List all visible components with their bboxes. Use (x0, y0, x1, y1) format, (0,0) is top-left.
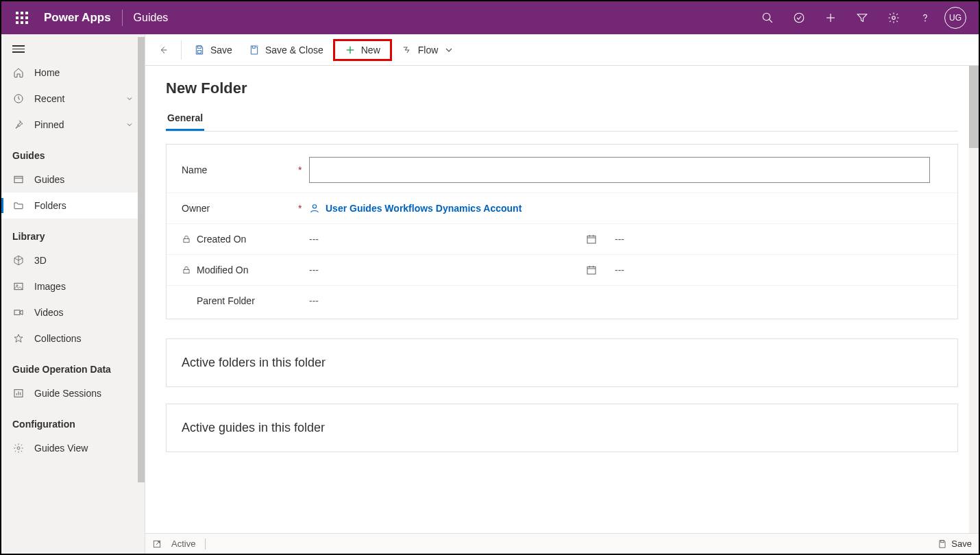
field-modified-on: Modified On --- --- (167, 255, 957, 286)
name-input[interactable] (309, 157, 930, 183)
divider (205, 539, 206, 550)
sidebar-item-guides-view[interactable]: Guides View (1, 435, 145, 461)
button-label: New (361, 45, 380, 56)
svg-rect-12 (14, 310, 20, 314)
filter-button[interactable] (847, 1, 877, 34)
svg-rect-17 (197, 50, 201, 53)
sidebar-item-guide-sessions[interactable]: Guide Sessions (1, 380, 145, 406)
button-label: Save (210, 45, 232, 56)
main-area: Save Save & Close New Flow New Folder Ge… (145, 34, 979, 554)
plus-icon (345, 45, 356, 56)
tab-general[interactable]: General (166, 107, 204, 131)
content-scrollbar[interactable] (969, 66, 979, 148)
search-icon (761, 12, 774, 24)
sidebar-item-label: Guides (34, 174, 64, 185)
pin-icon (12, 119, 25, 131)
video-icon (12, 306, 25, 319)
field-label: Owner (182, 203, 298, 214)
calendar-icon[interactable] (586, 234, 597, 245)
divider (181, 40, 182, 60)
command-bar: Save Save & Close New Flow (145, 34, 979, 66)
sidebar-item-label: Images (34, 281, 66, 292)
sidebar-item-label: Home (34, 67, 60, 78)
button-label: Flow (418, 45, 439, 56)
sidebar-section-library: Library (1, 219, 145, 247)
record-status: Active (171, 539, 195, 549)
svg-point-20 (313, 205, 316, 208)
gear-icon (887, 12, 900, 24)
section-title: Active guides in this folder (182, 421, 942, 435)
svg-point-0 (763, 13, 770, 21)
field-value (309, 157, 942, 183)
header-actions: UG (752, 1, 972, 34)
field-owner: Owner * User Guides Workflows Dynamics A… (167, 193, 957, 224)
required-marker: * (298, 203, 309, 214)
field-label: Created On (182, 234, 298, 245)
svg-point-11 (16, 284, 18, 286)
settings-button[interactable] (879, 1, 909, 34)
help-button[interactable] (910, 1, 940, 34)
tab-list: General (166, 107, 958, 132)
calendar-icon[interactable] (586, 264, 597, 275)
plus-icon (824, 12, 837, 24)
sidebar-item-videos[interactable]: Videos (1, 299, 145, 325)
field-name: Name * (167, 147, 957, 193)
sidebar-item-collections[interactable]: Collections (1, 325, 145, 352)
field-value: User Guides Workflows Dynamics Account (309, 203, 942, 214)
sidebar-item-home[interactable]: Home (1, 60, 145, 86)
folder-icon (12, 199, 25, 212)
task-button[interactable] (784, 1, 814, 34)
lock-icon (182, 265, 191, 275)
star-icon (12, 332, 25, 345)
save-button[interactable]: Save (187, 40, 239, 60)
image-icon (12, 280, 25, 293)
back-button[interactable] (151, 40, 175, 60)
status-bar: Active Save (145, 533, 979, 554)
sidebar-toggle[interactable] (1, 38, 145, 60)
svg-point-14 (17, 447, 20, 449)
popout-button[interactable] (152, 539, 162, 549)
svg-line-1 (769, 19, 772, 23)
sidebar-item-label: Collections (34, 333, 81, 344)
user-avatar[interactable]: UG (944, 7, 966, 29)
add-button[interactable] (816, 1, 846, 34)
flow-button[interactable]: Flow (395, 40, 462, 60)
svg-rect-32 (941, 540, 944, 542)
sidebar-item-label: Videos (34, 307, 64, 318)
field-label: Modified On (182, 264, 298, 275)
sidebar-item-label: Guides View (34, 443, 88, 454)
required-marker: * (298, 164, 309, 175)
question-icon (919, 12, 931, 24)
svg-rect-22 (587, 236, 596, 243)
save-close-button[interactable]: Save & Close (242, 40, 330, 60)
owner-lookup[interactable]: User Guides Workflows Dynamics Account (309, 203, 522, 214)
waffle-icon (16, 12, 28, 24)
sidebar-item-recent[interactable]: Recent (1, 86, 145, 112)
button-label: Save & Close (265, 45, 323, 56)
new-button[interactable]: New (333, 39, 392, 61)
save-close-icon (249, 45, 260, 56)
app-name: Power Apps (44, 11, 111, 25)
sidebar-item-label: Pinned (34, 119, 64, 130)
empty-value: --- (309, 234, 319, 245)
empty-value: --- (615, 234, 624, 245)
sidebar-item-folders[interactable]: Folders (1, 193, 145, 219)
svg-point-6 (924, 21, 925, 21)
sidebar-item-images[interactable]: Images (1, 273, 145, 299)
sidebar-item-3d[interactable]: 3D (1, 247, 145, 273)
sidebar-item-label: 3D (34, 255, 47, 266)
svg-point-2 (794, 13, 804, 23)
sidebar-scrollbar[interactable] (138, 37, 145, 482)
sidebar-section-config: Configuration (1, 406, 145, 435)
sidebar-item-pinned[interactable]: Pinned (1, 112, 145, 138)
app-launcher-button[interactable] (8, 4, 36, 32)
field-value[interactable]: --- (309, 295, 942, 306)
field-label: Parent Folder (182, 295, 298, 306)
search-button[interactable] (752, 1, 783, 34)
footer-save-button[interactable]: Save (938, 539, 972, 549)
sidebar-item-guides[interactable]: Guides (1, 166, 145, 193)
lock-icon (182, 234, 191, 244)
save-icon (938, 539, 947, 549)
clock-icon (12, 92, 25, 105)
active-folders-section: Active folders in this folder (166, 338, 958, 387)
